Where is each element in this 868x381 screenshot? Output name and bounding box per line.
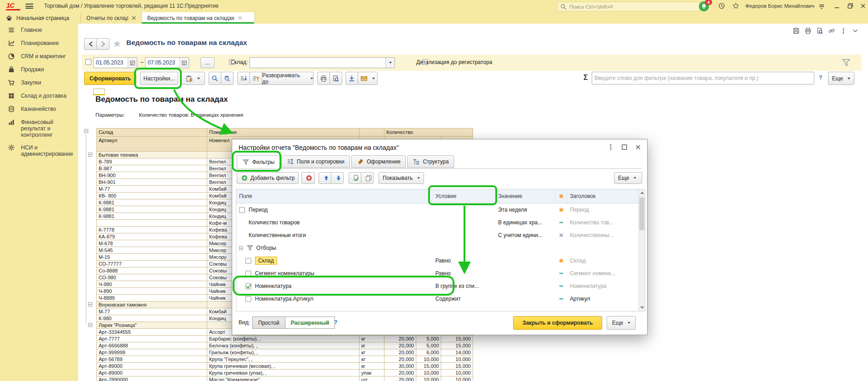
- report-cell[interactable]: 20,000: [384, 342, 416, 349]
- report-header-cell[interactable]: Артикул: [97, 137, 207, 152]
- tab-item[interactable]: Начальная страница: [0, 12, 81, 24]
- report-cell[interactable]: М-678: [97, 240, 207, 247]
- dialog-maximize-button[interactable]: [619, 143, 629, 151]
- dialog-help-button[interactable]: ?: [334, 319, 337, 326]
- filter-marker-cell[interactable]: [555, 282, 567, 290]
- history-button[interactable]: [718, 2, 725, 11]
- report-cell[interactable]: Грильяж (конфеты), ,: [207, 349, 359, 356]
- forward-button[interactable]: [96, 38, 110, 50]
- report-header-cell[interactable]: Склад: [97, 129, 207, 137]
- expand-to-button[interactable]: Разворачивать до: [262, 72, 314, 85]
- report-cell[interactable]: Бытовая техника: [97, 152, 207, 158]
- filter-value-cell[interactable]: Эта неделя: [495, 207, 555, 213]
- report-cell[interactable]: упак: [359, 370, 384, 376]
- calendar-icon[interactable]: [180, 58, 189, 68]
- report-cell[interactable]: кг: [359, 349, 384, 356]
- period-checkbox[interactable]: [85, 59, 91, 65]
- sidebar-item-crm[interactable]: CRM и маркетинг: [0, 50, 78, 63]
- filter-row[interactable]: СкладРавноСклад: [236, 254, 641, 267]
- add-filter-button[interactable]: Добавить фильтр: [237, 172, 299, 184]
- unchecked-checkbox[interactable]: [245, 258, 251, 264]
- report-cell[interactable]: Крупа гречневая (весовая), ,: [207, 363, 359, 370]
- filter-field-cell[interactable]: Отборы: [236, 244, 433, 252]
- sidebar-item-admin[interactable]: НСИ и администрирование: [0, 141, 78, 160]
- save-icon[interactable]: [793, 27, 800, 35]
- dialog-scrollbar[interactable]: [639, 189, 645, 312]
- favorites-button[interactable]: [732, 2, 739, 11]
- dialog-tab-item[interactable]: Структура: [407, 155, 454, 168]
- report-data-row[interactable]: Арт-89000Крупа гречневая (упак), ,упак20…: [97, 370, 474, 376]
- print-preview-icon[interactable]: [816, 27, 823, 35]
- dialog-close-button[interactable]: [633, 143, 643, 151]
- sidebar-item-finance[interactable]: Финансовый результат и контроллинг: [0, 116, 78, 141]
- report-cell[interactable]: Арт-999999: [97, 349, 207, 356]
- current-user[interactable]: Федоров Борис Михайлович: [745, 3, 814, 9]
- report-cell[interactable]: К-9881: [97, 206, 207, 213]
- scrollbar-thumb[interactable]: [639, 198, 644, 230]
- checked-checkbox[interactable]: [245, 283, 251, 289]
- report-cell[interactable]: М-545: [97, 247, 207, 254]
- sidebar-item-menu[interactable]: Главное: [0, 24, 78, 37]
- report-header-cell[interactable]: Количество: [384, 129, 473, 137]
- dialog-footer-more-button[interactable]: Еще: [607, 316, 636, 330]
- sidebar-item-purchases[interactable]: Закупки: [0, 76, 78, 89]
- report-cell[interactable]: Арт-89000: [97, 363, 207, 370]
- paste-variant-button[interactable]: [180, 72, 205, 85]
- report-cell[interactable]: КВ- 900: [97, 193, 207, 199]
- report-cell[interactable]: 20,000: [384, 356, 416, 363]
- filter-marker-cell[interactable]: [555, 295, 567, 302]
- filter-header-cell[interactable]: Склад: [567, 257, 641, 264]
- dropdown-button[interactable]: [385, 58, 394, 68]
- preview-button[interactable]: [329, 72, 342, 85]
- report-data-row[interactable]: Арт-56789Крупа "Геркулес", ,кг20,00010,0…: [97, 356, 474, 363]
- report-cell[interactable]: Ч-890: [97, 288, 207, 295]
- report-cell[interactable]: К-980: [97, 315, 207, 322]
- tree-collapse-icon[interactable]: [88, 323, 92, 327]
- unchecked-checkbox[interactable]: [245, 296, 251, 302]
- collapse-chevron-icon[interactable]: [852, 27, 859, 35]
- more-button[interactable]: Еще: [828, 72, 854, 85]
- tree-collapse-icon[interactable]: [88, 153, 92, 157]
- column-field[interactable]: Поле: [236, 189, 433, 203]
- report-cell[interactable]: К-9881: [97, 213, 207, 220]
- filter-group-row[interactable]: Отборы: [236, 242, 641, 254]
- filter-marker-cell[interactable]: [555, 270, 567, 277]
- move-up-button[interactable]: [319, 172, 331, 184]
- move-down-button[interactable]: [331, 172, 344, 184]
- report-cell[interactable]: 5,000: [416, 336, 441, 342]
- filter-field-cell[interactable]: Склад: [236, 257, 433, 265]
- report-cell[interactable]: кг: [359, 356, 384, 363]
- dialog-tab-item[interactable]: Поля и сортировки: [281, 155, 350, 168]
- report-cell[interactable]: Крупа "Геркулес", ,: [207, 356, 359, 363]
- report-corner-cell[interactable]: [93, 89, 105, 95]
- copy-button[interactable]: [361, 172, 374, 184]
- filter-row[interactable]: Номенклатура.АртикулСодержитАртикул: [236, 292, 641, 305]
- filter-condition-cell[interactable]: Равно: [433, 270, 495, 277]
- report-cell[interactable]: М-77: [97, 308, 207, 315]
- filters-funnel-button[interactable]: [842, 58, 851, 69]
- print-button[interactable]: [317, 72, 330, 85]
- dialog-more-button[interactable]: [606, 143, 616, 151]
- report-cell[interactable]: СО-980: [97, 274, 207, 281]
- back-button[interactable]: [84, 38, 97, 50]
- filter-header-cell[interactable]: Период: [567, 207, 641, 213]
- filter-value-cell[interactable]: С учетом едини...: [495, 232, 555, 238]
- generate-button[interactable]: Сформировать: [84, 72, 136, 85]
- report-cell[interactable]: К-7778: [97, 227, 207, 233]
- column-condition[interactable]: Условие: [433, 189, 495, 203]
- find-button[interactable]: [209, 72, 221, 85]
- filter-field-cell[interactable]: Период: [236, 207, 433, 213]
- date-from-field[interactable]: 01.05.2023: [93, 57, 137, 68]
- report-cell[interactable]: 10,000: [441, 356, 473, 363]
- report-cell[interactable]: 14,000: [441, 349, 473, 356]
- filter-row[interactable]: Сегмент номенклатурыРавноСегмент номенк.…: [236, 267, 641, 280]
- filter-row[interactable]: НоменклатураВ группе из спи...Номенклату…: [236, 280, 641, 292]
- close-and-generate-button[interactable]: Закрыть и сформировать: [513, 316, 602, 330]
- report-cell[interactable]: [97, 220, 207, 227]
- report-cell[interactable]: М-77: [97, 186, 207, 193]
- report-data-row[interactable]: Арт-6666888Белочка (конфеты), ,кг20,0005…: [97, 342, 474, 349]
- minimize-button[interactable]: [833, 2, 841, 10]
- report-header-cell[interactable]: Помещение: [207, 129, 359, 137]
- report-cell[interactable]: Масло "Кремлевское", ,: [207, 376, 359, 381]
- report-cell[interactable]: Ч-8889: [97, 295, 207, 302]
